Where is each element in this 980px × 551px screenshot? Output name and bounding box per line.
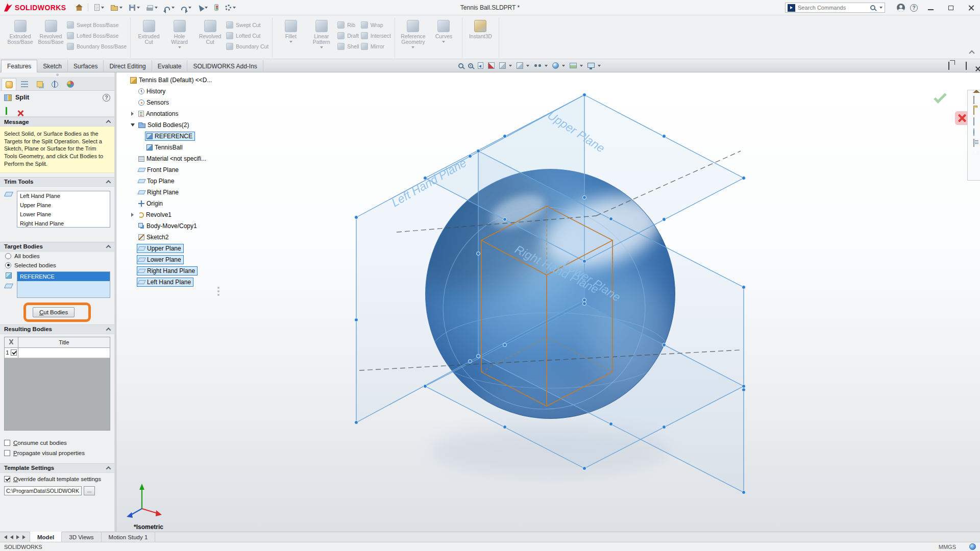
tab-surfaces[interactable]: Surfaces (68, 60, 104, 72)
reference-geometry-button[interactable]: ReferenceGeometry (399, 18, 428, 48)
hide-show-items-button[interactable] (534, 64, 548, 67)
close-button[interactable] (964, 1, 979, 15)
tab-direct-editing[interactable]: Direct Editing (104, 60, 152, 72)
boundary-cut-button[interactable]: Boundary Cut (226, 42, 268, 51)
tree-item-upper-plane[interactable]: Upper Plane (121, 243, 236, 254)
expand-icon[interactable] (131, 213, 134, 217)
view-orientation-button[interactable] (499, 62, 512, 69)
tree-item-reference[interactable]: REFERENCE (121, 131, 236, 142)
revolved-boss-base-button[interactable]: RevolvedBoss/Base (36, 18, 65, 45)
curves-button[interactable]: Curves (429, 18, 458, 43)
body-checkbox[interactable] (11, 349, 17, 356)
appearances-tab[interactable] (973, 129, 974, 136)
confirmation-cancel-icon[interactable] (955, 111, 969, 125)
pm-help-icon[interactable] (103, 94, 110, 102)
tab-scroll-right-icon[interactable] (16, 535, 19, 539)
document-float-button[interactable] (948, 62, 949, 69)
tab-configuration-manager[interactable] (32, 78, 47, 90)
select-button[interactable] (195, 2, 210, 14)
tree-width-handle[interactable] (217, 287, 219, 296)
apply-scene-button[interactable] (570, 63, 583, 68)
tab-3d-views[interactable]: 3D Views (62, 532, 101, 542)
section-target-bodies[interactable]: Target Bodies (0, 242, 114, 252)
maximize-button[interactable] (943, 1, 959, 15)
options-button[interactable] (223, 2, 238, 14)
section-trim-tools[interactable]: Trim Tools (0, 177, 114, 187)
open-button[interactable] (108, 2, 125, 14)
cut-bodies-button[interactable]: Cut Bodies (33, 307, 75, 317)
design-library-tab[interactable] (973, 96, 974, 104)
search-icon[interactable] (870, 5, 875, 10)
tree-item-annotations[interactable]: Annotations (121, 108, 236, 119)
command-search[interactable] (785, 3, 885, 13)
units-selector[interactable]: MMGS (939, 544, 956, 550)
file-explorer-tab[interactable] (973, 107, 974, 114)
tab-evaluate[interactable]: Evaluate (152, 60, 188, 72)
trim-list-item[interactable]: Upper Plane (17, 201, 110, 210)
pm-ok-button[interactable] (6, 107, 7, 113)
tab-feature-manager[interactable] (17, 78, 32, 90)
zoom-area-button[interactable] (468, 63, 473, 68)
user-account-icon[interactable] (897, 4, 905, 12)
tab-motion-study-1[interactable]: Motion Study 1 (102, 532, 156, 542)
tab-sketch[interactable]: Sketch (37, 60, 68, 72)
trim-tools-list[interactable]: Left Hand Plane Upper Plane Lower Plane … (17, 191, 110, 228)
target-list-item-selected[interactable]: REFERENCE (17, 272, 110, 281)
search-caret-icon[interactable] (879, 7, 883, 9)
tab-scroll-first-icon[interactable] (4, 535, 7, 539)
wrap-button[interactable]: Wrap (361, 21, 391, 29)
selected-bodies-option[interactable]: Selected bodies (0, 261, 114, 270)
collapse-icon[interactable] (131, 123, 135, 127)
section-view-button[interactable] (488, 62, 495, 69)
target-list-empty-area[interactable] (17, 281, 110, 297)
trim-list-item[interactable]: Left Hand Plane (17, 191, 110, 201)
all-bodies-radio[interactable] (5, 253, 11, 259)
tree-item-top-plane[interactable]: Top Plane (121, 176, 236, 187)
tree-item-body-move-copy1[interactable]: Body-Move/Copy1 (121, 220, 236, 232)
tree-item-tennisball[interactable]: TennisBall (121, 142, 236, 153)
browse-button[interactable]: ... (84, 486, 95, 495)
swept-boss-base-button[interactable]: Swept Boss/Base (67, 21, 127, 29)
template-path-field[interactable] (4, 486, 82, 495)
shell-button[interactable]: Shell (337, 42, 359, 51)
trim-list-item[interactable]: Lower Plane (17, 210, 110, 219)
document-restore-button[interactable] (966, 62, 967, 69)
custom-properties-tab[interactable] (973, 139, 974, 146)
save-button[interactable] (127, 2, 142, 14)
tree-item-revolve1[interactable]: Revolve1 (121, 209, 236, 220)
tree-item-solid-bodies[interactable]: Solid Bodies(2) (121, 119, 236, 131)
extruded-boss-base-button[interactable]: ExtrudedBoss/Base (6, 18, 35, 45)
swept-cut-button[interactable]: Swept Cut (226, 21, 268, 29)
tree-item-sensors[interactable]: Sensors (121, 97, 236, 108)
hole-wizard-button[interactable]: HoleWizard (165, 18, 194, 48)
tree-item-right-plane[interactable]: Right Plane (121, 187, 236, 198)
tab-solidworks-add-ins[interactable]: SOLIDWORKS Add-Ins (187, 60, 263, 72)
search-input[interactable] (798, 5, 868, 11)
intersect-button[interactable]: Intersect (361, 32, 391, 40)
forum-tab[interactable] (973, 150, 975, 157)
tab-dimxpert-manager[interactable] (47, 78, 62, 90)
zoom-fit-button[interactable] (458, 63, 463, 68)
tree-item-left-hand-plane[interactable]: Left Hand Plane (121, 277, 236, 288)
instant3d-button[interactable]: Instant3D (466, 18, 495, 39)
consume-cut-bodies-option[interactable]: Consume cut bodies (0, 437, 114, 447)
expand-icon[interactable] (131, 112, 134, 116)
lofted-cut-button[interactable]: Lofted Cut (226, 32, 268, 40)
propagate-checkbox[interactable] (4, 450, 10, 456)
panel-splitter-handle[interactable] (56, 73, 59, 76)
boundary-boss-base-button[interactable]: Boundary Boss/Base (67, 42, 127, 51)
draft-button[interactable]: Draft (337, 32, 359, 40)
tree-item-sketch2[interactable]: Sketch2 (121, 232, 236, 243)
section-resulting-bodies[interactable]: Resulting Bodies (0, 324, 114, 334)
linear-pattern-button[interactable]: LinearPattern (307, 18, 336, 48)
tree-item-lower-plane[interactable]: Lower Plane (121, 254, 236, 265)
display-style-button[interactable] (517, 62, 529, 69)
section-template-settings[interactable]: Template Settings (0, 463, 114, 473)
tab-display-manager[interactable] (63, 78, 78, 90)
tree-item-part-root[interactable]: Tennis Ball (Default) <<D... (121, 74, 236, 86)
home-button[interactable] (74, 2, 84, 14)
tree-item-history[interactable]: History (121, 86, 236, 97)
selected-bodies-radio[interactable] (5, 262, 11, 268)
override-template-option[interactable]: Override default template settings (0, 473, 114, 483)
override-checkbox[interactable] (4, 476, 10, 482)
